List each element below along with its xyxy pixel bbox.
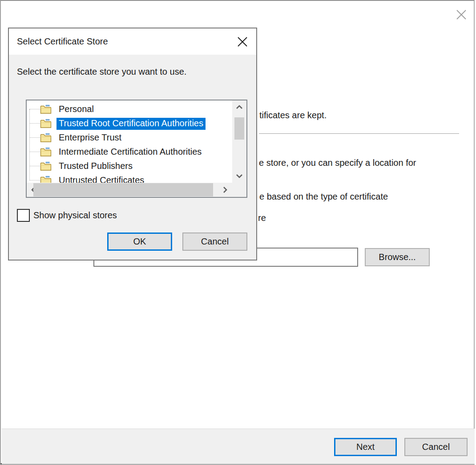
browse-button[interactable]: Browse... <box>365 248 430 266</box>
dialog-title: Select Certificate Store <box>17 28 108 55</box>
show-physical-stores-checkbox[interactable] <box>17 209 30 222</box>
window-close-button[interactable] <box>455 8 468 21</box>
chevron-up-icon <box>236 105 243 109</box>
store-item-label: Trusted Publishers <box>56 160 135 172</box>
show-physical-stores-label: Show physical stores <box>33 210 117 220</box>
folder-icon <box>40 104 52 114</box>
tree-connector <box>29 145 40 152</box>
store-item[interactable]: Trusted Publishers <box>27 159 231 173</box>
chevron-right-icon <box>223 186 227 193</box>
store-list: Personal Trusted Root Certification Auth… <box>27 100 232 183</box>
store-item[interactable]: Intermediate Certification Authorities <box>27 145 231 159</box>
store-item[interactable]: Trusted Root Certification Authorities <box>27 116 231 131</box>
text-fragment-certificates-kept: tificates are kept. <box>259 110 327 120</box>
dialog-cancel-button[interactable]: Cancel <box>182 232 247 251</box>
scrollbar-corner <box>232 183 246 197</box>
folder-icon <box>40 119 52 128</box>
close-icon <box>456 9 467 20</box>
tree-connector <box>29 102 40 109</box>
store-item[interactable]: Personal <box>27 102 231 116</box>
vertical-scrollbar[interactable] <box>232 100 246 183</box>
store-item[interactable]: Enterprise Trust <box>27 131 231 145</box>
horizontal-scrollbar-thumb[interactable] <box>33 183 213 196</box>
folder-icon <box>40 133 52 143</box>
scroll-down-button[interactable] <box>232 169 246 183</box>
dialog-titlebar: Select Certificate Store <box>9 28 256 55</box>
store-item-label: Enterprise Trust <box>56 132 124 144</box>
store-item[interactable]: Untrusted Certificates <box>27 173 231 183</box>
wizard-cancel-button[interactable]: Cancel <box>404 438 468 456</box>
show-physical-stores-option[interactable]: Show physical stores <box>17 209 117 222</box>
dialog-close-button[interactable] <box>235 35 250 49</box>
scroll-up-button[interactable] <box>232 100 246 114</box>
text-fragment-specify-location: e store, or you can specify a location f… <box>259 158 416 168</box>
store-item-label: Untrusted Certificates <box>56 175 146 183</box>
folder-icon <box>40 161 52 171</box>
scroll-right-button[interactable] <box>218 183 232 197</box>
text-fragment-store: re <box>258 213 266 223</box>
close-icon <box>237 36 248 47</box>
store-item-label: Trusted Root Certification Authorities <box>56 118 206 130</box>
horizontal-scrollbar[interactable] <box>27 183 232 197</box>
tree-connector <box>29 131 40 138</box>
dialog-instruction: Select the certificate store you want to… <box>17 67 186 77</box>
store-tree-listbox: Personal Trusted Root Certification Auth… <box>26 100 247 198</box>
folder-icon <box>40 147 52 157</box>
section-separator <box>259 133 459 134</box>
next-button[interactable]: Next <box>334 438 397 456</box>
tree-connector <box>29 173 40 180</box>
store-item-label: Personal <box>56 104 96 116</box>
select-certificate-store-dialog: Select Certificate Store Select the cert… <box>8 28 257 261</box>
store-item-label: Intermediate Certification Authorities <box>56 146 204 158</box>
tree-connector <box>29 159 40 166</box>
text-fragment-based-on-type: e based on the type of certificate <box>259 192 388 202</box>
vertical-scrollbar-thumb[interactable] <box>234 117 244 140</box>
ok-button[interactable]: OK <box>107 232 172 251</box>
chevron-down-icon <box>236 174 243 178</box>
tree-connector <box>29 116 40 124</box>
folder-icon <box>40 176 52 183</box>
wizard-footer: Next Cancel <box>2 429 475 464</box>
